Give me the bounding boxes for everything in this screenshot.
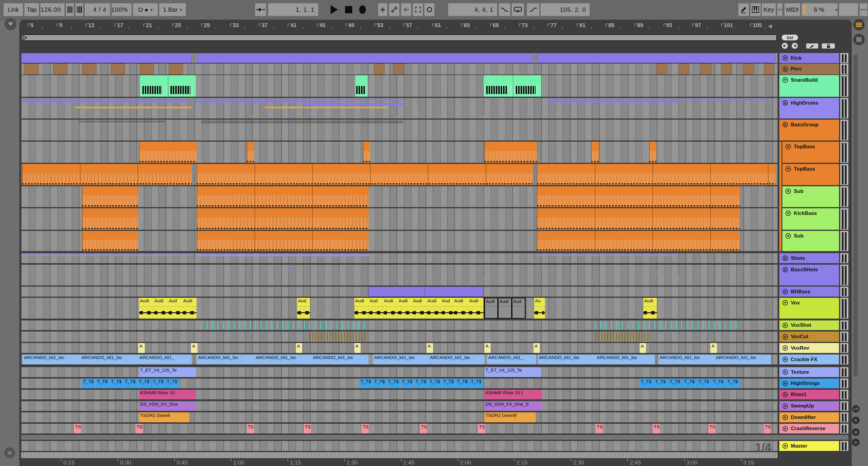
- clip[interactable]: [537, 186, 740, 207]
- tick-clip[interactable]: [607, 332, 608, 341]
- track-header-sweepup[interactable]: SweepUp: [779, 401, 839, 411]
- clip[interactable]: T_T$: [401, 378, 414, 388]
- tick-clip[interactable]: [604, 332, 605, 341]
- track-header-bassshots[interactable]: BassSHots: [779, 265, 839, 286]
- note-dot[interactable]: [219, 276, 221, 278]
- clip[interactable]: T_T$: [96, 378, 109, 388]
- tick-clip[interactable]: [260, 321, 261, 329]
- clip[interactable]: Aud: [369, 298, 383, 319]
- quantize-bars-icon-2[interactable]: [75, 3, 83, 16]
- mini-note-stripe[interactable]: [195, 99, 404, 100]
- clip[interactable]: [197, 164, 533, 185]
- list-track-icon[interactable]: [782, 255, 788, 261]
- clip[interactable]: T_T$: [470, 378, 483, 388]
- tick-clip[interactable]: [353, 321, 354, 329]
- clip[interactable]: T_T$: [82, 378, 95, 388]
- tick-clip[interactable]: [601, 332, 602, 341]
- tick-clip[interactable]: [245, 321, 246, 329]
- tick-clip[interactable]: [638, 321, 639, 329]
- clip[interactable]: A: [191, 343, 197, 353]
- clip[interactable]: TS: [420, 424, 427, 433]
- tick-clip[interactable]: [630, 332, 631, 341]
- punch-bracket-button[interactable]: [413, 3, 423, 16]
- tick-clip[interactable]: [201, 321, 202, 329]
- track-header-vox[interactable]: Vox: [779, 298, 839, 319]
- clip[interactable]: [82, 64, 96, 74]
- clip[interactable]: [82, 208, 138, 230]
- lane-voxrev[interactable]: AAAAAAAAA: [21, 343, 777, 353]
- clip[interactable]: [140, 75, 168, 97]
- note-dot[interactable]: [656, 271, 658, 273]
- lane-bdbass[interactable]: [21, 287, 777, 297]
- play-track-icon[interactable]: [782, 381, 788, 387]
- lane-texture[interactable]: T_ET_V4_125_TeT_ET_V4_125_Te: [21, 367, 777, 377]
- track-header-topbass[interactable]: TopBass: [782, 142, 839, 163]
- note-dot[interactable]: [439, 281, 441, 284]
- clip[interactable]: [425, 287, 484, 297]
- loop-circle-button[interactable]: [424, 3, 434, 16]
- lane-shots[interactable]: [21, 253, 777, 263]
- tick-clip[interactable]: [228, 321, 229, 329]
- tick-clip[interactable]: [309, 321, 310, 329]
- tick-clip[interactable]: [364, 332, 365, 341]
- clip[interactable]: [537, 53, 775, 63]
- tick-clip[interactable]: [331, 321, 332, 329]
- midi-map-button[interactable]: MIDI: [784, 3, 800, 16]
- mini-note-stripe[interactable]: [195, 101, 338, 102]
- clip[interactable]: [168, 64, 183, 74]
- clip[interactable]: KSHMR Riser 10: [139, 390, 196, 399]
- time-ruler[interactable]: 0:150:300:451:001:151:301:452:002:152:30…: [21, 458, 777, 466]
- tick-clip[interactable]: [315, 332, 316, 341]
- tick-clip[interactable]: [624, 332, 625, 341]
- tick-clip[interactable]: [698, 321, 699, 329]
- clip[interactable]: [484, 142, 537, 163]
- tick-clip[interactable]: [299, 321, 300, 329]
- follow-button[interactable]: [255, 3, 266, 16]
- tick-clip[interactable]: [633, 321, 634, 329]
- clip[interactable]: KSHMR Riser 10 (: [484, 390, 542, 399]
- clip[interactable]: ARCANDO_kit1_: [138, 355, 191, 364]
- play-track-icon[interactable]: [782, 345, 788, 351]
- mixer-toggle-io[interactable]: I·O: [852, 405, 860, 413]
- clip[interactable]: [363, 142, 370, 163]
- mixer-toggle-r[interactable]: R: [852, 417, 860, 424]
- clip[interactable]: ARCANDO_kit1_loc: [312, 355, 369, 364]
- tick-clip[interactable]: [337, 321, 338, 329]
- note-dot[interactable]: [270, 111, 271, 113]
- prev-locator-button[interactable]: [782, 43, 788, 49]
- tick-clip[interactable]: [654, 321, 655, 329]
- set-locator-button[interactable]: Set: [782, 35, 798, 40]
- clip[interactable]: ARCANDO_kit1_loc: [254, 355, 312, 364]
- note-dot[interactable]: [700, 275, 701, 277]
- mixer-toggle-m[interactable]: M: [852, 428, 860, 436]
- mini-note-stripe[interactable]: [201, 122, 404, 124]
- tick-clip[interactable]: [606, 321, 607, 329]
- tick-clip[interactable]: [277, 321, 278, 329]
- clip[interactable]: ARCANDO_kit1_loc: [23, 355, 81, 364]
- clip[interactable]: [649, 142, 656, 163]
- clip[interactable]: A: [138, 343, 145, 353]
- clip[interactable]: Au: [534, 298, 545, 319]
- clip[interactable]: [197, 208, 369, 230]
- clip[interactable]: ARCANDO_kit1_loc: [429, 355, 484, 364]
- tick-clip[interactable]: [692, 321, 693, 329]
- clip[interactable]: [24, 64, 39, 74]
- clip[interactable]: [53, 64, 67, 74]
- tick-clip[interactable]: [312, 332, 313, 341]
- play-track-icon[interactable]: [782, 289, 788, 295]
- time-signature-field[interactable]: 4 / 4: [85, 3, 110, 16]
- clip[interactable]: TS: [304, 424, 311, 433]
- draw-automation-toggle[interactable]: [806, 43, 818, 48]
- lane-topbass[interactable]: [21, 142, 777, 163]
- clip[interactable]: TS: [478, 424, 485, 433]
- note-dot[interactable]: [634, 277, 636, 279]
- track-header-voxshot[interactable]: VoxShot: [779, 321, 839, 330]
- note-dot[interactable]: [461, 272, 463, 274]
- clip[interactable]: T_T$: [442, 378, 456, 388]
- note-dot[interactable]: [439, 114, 441, 116]
- tick-clip[interactable]: [350, 332, 351, 341]
- tick-clip[interactable]: [665, 321, 666, 329]
- track-header-highstrings[interactable]: HighStrings: [779, 378, 839, 388]
- mini-note-stripe[interactable]: [548, 99, 772, 100]
- clip[interactable]: TSOR2 Downli: [139, 412, 190, 422]
